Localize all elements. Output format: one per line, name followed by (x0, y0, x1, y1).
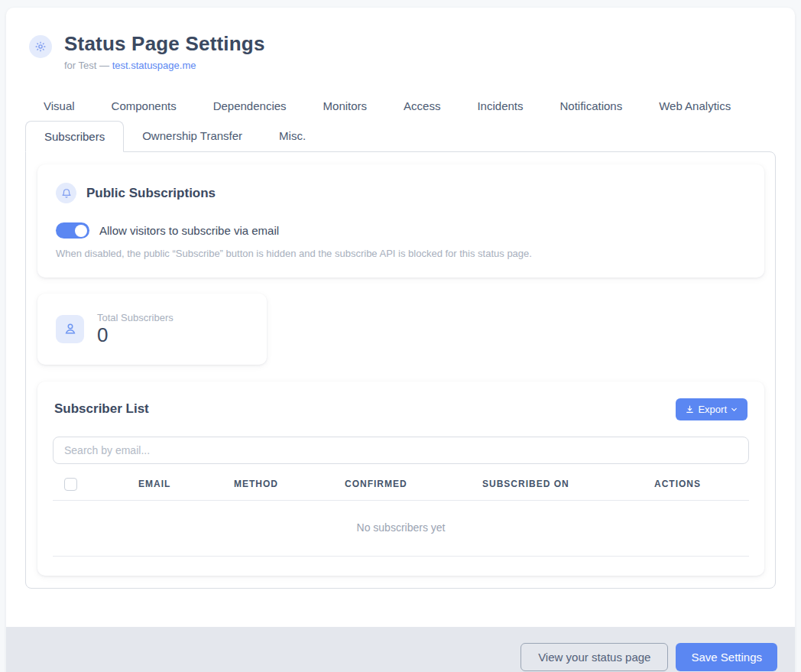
column-confirmed: CONFIRMED (345, 479, 482, 489)
table-header-row: EMAIL METHOD CONFIRMED SUBSCRIBED ON ACT… (53, 478, 749, 501)
chevron-down-icon (730, 405, 738, 414)
view-status-page-button[interactable]: View your status page (520, 643, 668, 671)
header-text: Status Page Settings for Test — test.sta… (64, 32, 265, 71)
subscribe-toggle[interactable] (56, 222, 89, 239)
tabs-row-1: Visual Components Dependencies Monitors … (25, 91, 776, 121)
toggle-knob (75, 225, 87, 237)
tab-subscribers[interactable]: Subscribers (25, 121, 124, 152)
settings-footer: View your status page Save Settings (6, 627, 795, 672)
tab-monitors[interactable]: Monitors (305, 91, 386, 121)
settings-card: Status Page Settings for Test — test.sta… (6, 8, 795, 672)
column-method: METHOD (234, 479, 345, 489)
tab-misc[interactable]: Misc. (261, 121, 324, 152)
public-subscriptions-title: Public Subscriptions (86, 186, 216, 201)
total-subscribers-value: 0 (97, 324, 173, 346)
page-subtitle: for Test — test.statuspage.me (64, 60, 265, 71)
total-subscribers-card: Total Subscribers 0 (37, 294, 267, 365)
user-icon (56, 315, 84, 343)
status-page-link[interactable]: test.statuspage.me (112, 60, 196, 71)
subscriber-list-card: Subscriber List Export (37, 381, 764, 576)
search-input[interactable] (53, 437, 749, 464)
tab-components[interactable]: Components (93, 91, 195, 121)
download-icon (685, 404, 695, 414)
column-subscribed-on: SUBSCRIBED ON (482, 479, 654, 489)
empty-state-row: No subscribers yet (53, 501, 749, 557)
tabs-row-2: Subscribers Ownership Transfer Misc. (25, 121, 776, 152)
column-actions: ACTIONS (654, 479, 749, 489)
column-email: EMAIL (138, 479, 234, 489)
export-button[interactable]: Export (676, 398, 747, 420)
export-label: Export (698, 404, 727, 415)
tab-visual[interactable]: Visual (25, 91, 93, 121)
tab-web-analytics[interactable]: Web Analytics (640, 91, 749, 121)
select-all-checkbox[interactable] (64, 478, 77, 491)
tab-ownership-transfer[interactable]: Ownership Transfer (124, 121, 261, 152)
toggle-label: Allow visitors to subscribe via email (99, 224, 279, 237)
total-subscribers-label: Total Subscribers (97, 312, 173, 323)
bell-icon (56, 183, 76, 203)
tab-notifications[interactable]: Notifications (542, 91, 641, 121)
tab-incidents[interactable]: Incidents (459, 91, 541, 121)
subtitle-prefix: for Test — (64, 60, 112, 71)
subscriber-list-title: Subscriber List (54, 401, 149, 417)
tab-dependencies[interactable]: Dependencies (195, 91, 305, 121)
page-header: Status Page Settings for Test — test.sta… (25, 24, 776, 71)
toggle-help-text: When disabled, the public “Subscribe” bu… (56, 248, 746, 259)
tab-access[interactable]: Access (385, 91, 459, 121)
public-subscriptions-card: Public Subscriptions Allow visitors to s… (37, 164, 764, 278)
save-settings-button[interactable]: Save Settings (676, 643, 777, 671)
gear-icon (29, 35, 52, 58)
page-title: Status Page Settings (64, 32, 265, 56)
subscribers-panel: Public Subscriptions Allow visitors to s… (25, 151, 776, 589)
empty-state-text: No subscribers yet (357, 521, 446, 534)
